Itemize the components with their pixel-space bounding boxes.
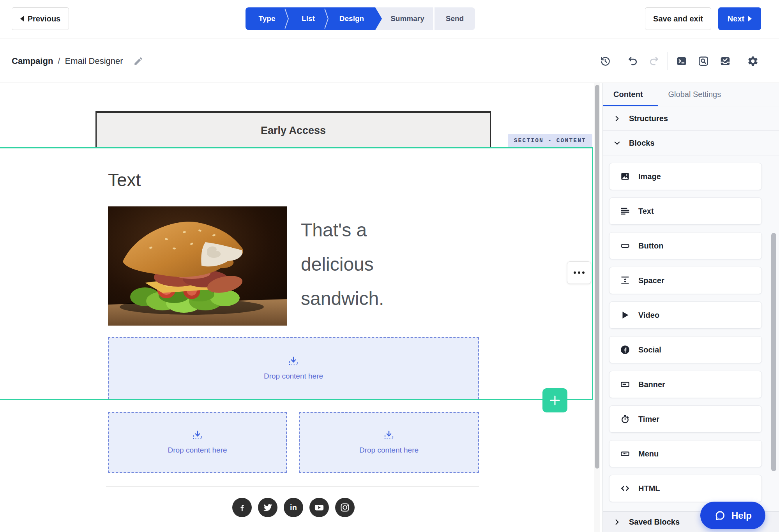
help-button[interactable]: Help [700, 502, 765, 529]
active-tab-indicator [603, 105, 658, 106]
help-label: Help [731, 510, 752, 521]
step-send[interactable]: Send [435, 7, 475, 30]
previous-button[interactable]: Previous [12, 7, 69, 30]
chevron-right-icon [614, 519, 620, 525]
settings-gear-icon[interactable] [747, 55, 759, 67]
chevron-right-icon [614, 115, 620, 122]
sidebar-tabs: Content Global Settings [603, 83, 779, 106]
drop-content-icon [287, 356, 300, 368]
breadcrumb: Campaign / Email Designer [12, 39, 143, 83]
toolbar-bar: Campaign / Email Designer [0, 39, 779, 83]
section-content-tag: SECTION - CONTENT [508, 134, 592, 147]
toolbar-divider [619, 52, 619, 70]
video-block-icon [620, 310, 630, 320]
menu-block-icon [620, 449, 630, 459]
code-terminal-icon[interactable] [676, 55, 687, 67]
send-test-icon[interactable] [719, 55, 731, 67]
linkedin-icon[interactable]: in [284, 498, 303, 517]
chevron-down-icon [614, 140, 620, 146]
toolbar-divider [668, 52, 668, 70]
headline-text-block[interactable]: That's a delicious sandwich. [301, 213, 435, 316]
previous-label: Previous [28, 14, 60, 23]
instagram-icon[interactable] [335, 498, 355, 517]
drop-zone[interactable]: Drop content here [108, 412, 287, 473]
tab-global-settings[interactable]: Global Settings [668, 90, 721, 99]
group-structures[interactable]: Structures [603, 106, 779, 131]
section-more-options-button[interactable] [567, 261, 591, 284]
group-blocks-label: Blocks [629, 139, 655, 148]
block-button[interactable]: Button [609, 232, 762, 259]
drop-zone-label: Drop content here [264, 372, 323, 381]
email-header-block[interactable]: Early Access [95, 111, 491, 148]
twitter-icon[interactable] [258, 498, 277, 517]
arrow-left-icon [20, 16, 24, 21]
plus-icon [549, 395, 561, 406]
campaign-stepper: Type List Design Summary Send [246, 7, 475, 30]
sidebar-scrollbar-thumb[interactable] [771, 233, 776, 471]
ellipsis-icon [574, 271, 576, 274]
stepper-completed-group: Type List Design [246, 7, 375, 30]
preview-icon[interactable] [698, 55, 709, 67]
block-image[interactable]: Image [609, 163, 762, 190]
toolbar-divider [739, 52, 739, 70]
top-bar: Previous Type List Design Summary Send S… [0, 0, 779, 39]
designer-toolbar [599, 39, 759, 83]
canvas-scrollbar-thumb[interactable] [595, 85, 599, 469]
block-menu[interactable]: Menu [609, 440, 762, 467]
breadcrumb-separator: / [58, 56, 60, 66]
banner-block-icon [620, 379, 630, 389]
block-timer[interactable]: Timer [609, 405, 762, 433]
block-html[interactable]: HTML [609, 475, 762, 502]
blocks-list: Image Text Button [603, 155, 762, 502]
youtube-icon[interactable] [309, 498, 329, 517]
button-block-icon [620, 241, 630, 251]
step-list[interactable]: List [288, 7, 328, 30]
email-divider [106, 486, 479, 487]
email-canvas: Early Access SECTION - CONTENT Text [0, 83, 594, 532]
group-blocks[interactable]: Blocks [603, 131, 779, 155]
block-video[interactable]: Video [609, 301, 762, 329]
undo-icon[interactable] [627, 55, 639, 67]
redo-icon[interactable] [648, 55, 660, 67]
tab-content[interactable]: Content [613, 90, 643, 99]
facebook-icon[interactable] [232, 498, 252, 517]
sandwich-image-block[interactable] [108, 206, 287, 326]
spacer-block-icon [620, 275, 630, 285]
breadcrumb-campaign[interactable]: Campaign [12, 56, 53, 66]
block-social[interactable]: Social [609, 336, 762, 363]
html-block-icon [620, 483, 630, 493]
drop-zone-label: Drop content here [168, 446, 227, 454]
social-block[interactable]: in [232, 498, 355, 517]
block-spacer[interactable]: Spacer [609, 267, 762, 294]
breadcrumb-page-title: Email Designer [65, 56, 123, 66]
image-block-icon [620, 171, 630, 181]
drop-zone-label: Drop content here [359, 446, 419, 454]
drop-content-icon [191, 430, 204, 442]
block-text[interactable]: Text [609, 197, 762, 225]
saved-blocks-label: Saved Blocks [629, 518, 680, 527]
save-and-exit-button[interactable]: Save and exit [645, 7, 711, 30]
block-banner[interactable]: Banner [609, 371, 762, 398]
right-sidebar: Content Global Settings Structures Block… [602, 83, 779, 532]
add-section-button[interactable] [542, 388, 567, 412]
drop-content-icon [383, 430, 395, 442]
chat-bubble-icon [714, 509, 726, 522]
step-summary[interactable]: Summary [375, 7, 433, 30]
next-button[interactable]: Next [718, 7, 761, 30]
text-block-icon [620, 206, 630, 216]
social-block-icon [620, 345, 630, 355]
group-structures-label: Structures [629, 114, 668, 123]
edit-name-icon[interactable] [133, 56, 143, 66]
text-block[interactable]: Text [108, 169, 141, 190]
drop-zone[interactable]: Drop content here [108, 337, 479, 400]
drop-zone[interactable]: Drop content here [299, 412, 479, 473]
email-designer-app: Previous Type List Design Summary Send S… [0, 0, 779, 532]
timer-block-icon [620, 414, 630, 424]
arrow-right-icon [748, 16, 752, 21]
step-type[interactable]: Type [246, 7, 288, 30]
version-history-icon[interactable] [599, 55, 611, 67]
canvas-scrollbar[interactable] [594, 83, 600, 532]
next-label: Next [728, 14, 744, 23]
step-design[interactable]: Design [328, 7, 375, 30]
